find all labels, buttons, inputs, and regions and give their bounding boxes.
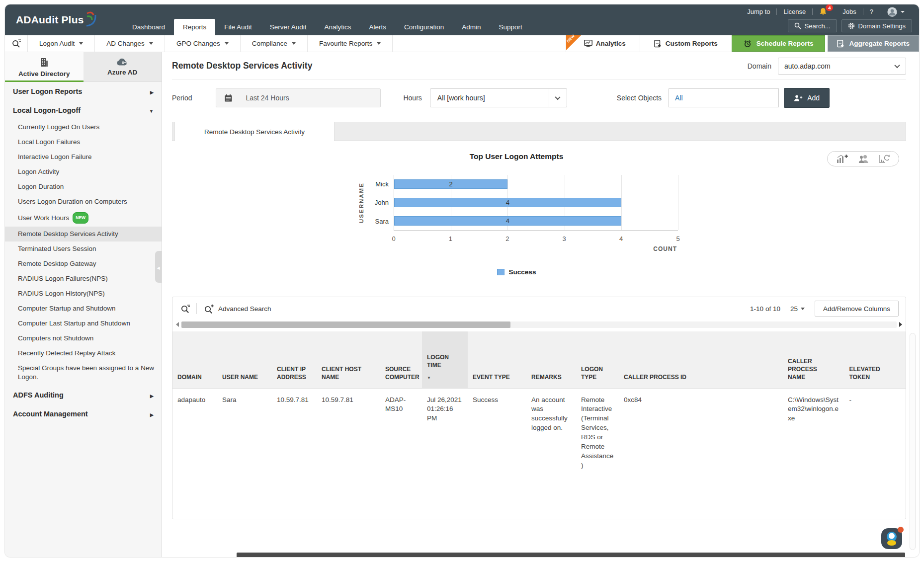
table-row[interactable]: adapauto Sara 10.59.7.81 10.59.7.81 ADAP… [172, 388, 906, 478]
table-header-row: DOMAIN USER NAME CLIENT IP A [172, 331, 906, 388]
column-header[interactable]: CALLER PROCESS ID [619, 331, 783, 388]
sidebar-section-user-logon-reports[interactable]: User Logon Reports [5, 82, 162, 101]
sidebar-collapse-handle[interactable] [155, 251, 162, 283]
nav-item[interactable]: Dashboard [123, 19, 174, 35]
bar[interactable]: 4 [394, 198, 621, 207]
nav-item[interactable]: Reports [174, 19, 215, 35]
tab-remote-desktop-services-activity[interactable]: Remote Desktop Services Activity [174, 122, 335, 141]
period-picker[interactable]: Last 24 Hours [216, 88, 381, 107]
app-body: Active Directory Azure AD User Logon Rep… [5, 52, 919, 557]
domain-select[interactable]: auto.adap.com [778, 58, 906, 75]
column-header[interactable]: LOGON TIME [422, 331, 468, 388]
sidebar-section-local-logon-logoff[interactable]: Local Logon-Logoff [5, 101, 162, 120]
hours-label: Hours [403, 94, 421, 102]
column-header[interactable]: DOMAIN [172, 331, 217, 388]
report-search-button[interactable] [5, 35, 28, 52]
user-menu-button[interactable] [880, 4, 911, 19]
domain-settings-button[interactable]: Domain Settings [841, 19, 912, 32]
sidebar-item[interactable]: Computers not Shutdown [5, 331, 162, 346]
nav-item[interactable]: Server Audit [261, 19, 316, 35]
sidebar-item[interactable]: Computer Last Startup and Shutdown [5, 316, 162, 331]
jump-to-link[interactable]: Jump to [741, 4, 776, 19]
column-header[interactable]: CLIENT IP ADDRESS [272, 331, 317, 388]
scroll-left-arrow[interactable] [176, 322, 179, 327]
license-link[interactable]: License [777, 4, 812, 19]
building-icon [39, 57, 49, 68]
nav-item[interactable]: Support [490, 19, 531, 35]
toolbar-menu[interactable]: GPO Changes [165, 35, 241, 52]
bar[interactable]: 2 [394, 179, 507, 189]
table-search-button[interactable] [179, 304, 196, 314]
column-header[interactable]: ELEVATED TOKEN [844, 331, 906, 388]
sidebar-item[interactable]: RADIUS Logon History(NPS) [5, 286, 162, 301]
column-header[interactable]: EVENT TYPE [468, 331, 526, 388]
tab-azure-ad[interactable]: Azure AD [84, 52, 162, 82]
sidebar-item[interactable]: Remote Desktop Services Activity [5, 227, 162, 241]
aggregate-reports-button[interactable]: Aggregate Reports [828, 35, 919, 52]
advanced-search-button[interactable]: Advanced Search [204, 304, 271, 314]
sidebar-section-account-management[interactable]: Account Management [5, 404, 162, 423]
chart-refresh-icon[interactable] [879, 154, 890, 163]
toolbar-menu[interactable]: Compliance [241, 35, 308, 52]
sidebar-item[interactable]: Terminated Users Session [5, 241, 162, 256]
chart-legend: Success [355, 268, 678, 276]
page-size-select[interactable]: 25 [790, 305, 805, 313]
bar[interactable]: 4 [394, 216, 621, 226]
sidebar-item[interactable]: Currently Logged On Users [5, 120, 162, 135]
tab-active-directory[interactable]: Active Directory [5, 52, 84, 82]
sidebar-item[interactable]: Recently Detected Replay Attack [5, 346, 162, 361]
sidebar-item[interactable]: Logon Activity [5, 164, 162, 179]
sidebar-item[interactable]: RADIUS Logon Failures(NPS) [5, 271, 162, 286]
column-header[interactable]: CLIENT HOST NAME [317, 331, 380, 388]
help-button[interactable]: ? [863, 4, 880, 19]
add-chart-icon[interactable] [836, 154, 848, 163]
sidebar-item[interactable]: User Work HoursNEW [5, 209, 162, 227]
column-header[interactable]: REMARKS [526, 331, 576, 388]
select-objects-input[interactable]: All [669, 88, 779, 107]
support-chat-widget[interactable] [880, 525, 904, 550]
search-button[interactable]: Search... [788, 19, 837, 32]
column-header[interactable]: LOGON TYPE [576, 331, 619, 388]
scroll-right-arrow[interactable] [899, 322, 902, 327]
scrollbar-thumb[interactable] [181, 321, 510, 328]
nav-item[interactable]: Configuration [395, 19, 453, 35]
column-header[interactable]: SOURCE COMPUTER [380, 331, 422, 388]
sidebar-item[interactable]: Users Logon Duration on Computers [5, 194, 162, 209]
chart-body: USERNAME MickJohnSara 244 [355, 175, 678, 231]
sidebar-item[interactable]: Computer Startup and Shutdown [5, 301, 162, 316]
vertical-scrollbar[interactable] [910, 333, 916, 550]
column-header[interactable]: CALLER PROCESS NAME [783, 331, 844, 388]
category-label: John [368, 193, 394, 212]
toolbar-menu[interactable]: Logon Audit [28, 35, 95, 52]
custom-reports-button[interactable]: Custom Reports [640, 35, 732, 52]
hours-select[interactable]: All [work hours] [430, 88, 567, 107]
nav-item[interactable]: Analytics [315, 19, 360, 35]
column-header[interactable]: USER NAME [217, 331, 272, 388]
gear-icon [848, 22, 855, 29]
horizontal-scrollbar[interactable] [176, 321, 902, 328]
scrollbar-track[interactable] [181, 321, 897, 328]
users-icon[interactable] [858, 154, 869, 163]
jobs-link[interactable]: Jobs [836, 4, 862, 19]
sidebar-section-adfs-auditing[interactable]: ADFS Auditing [5, 386, 162, 404]
chevron-down-icon[interactable] [549, 89, 567, 107]
sidebar-item[interactable]: Special Groups have been assigned to a N… [5, 361, 162, 385]
nav-row: Dashboard Reports File Audit Server Audi… [123, 19, 919, 35]
toolbar-menu[interactable]: Favourite Reports [308, 35, 393, 52]
sidebar-item[interactable]: Remote Desktop Gateway [5, 256, 162, 271]
nav-item[interactable]: Admin [453, 19, 490, 35]
sidebar-item[interactable]: Interactive Logon Failure [5, 150, 162, 164]
sidebar-item[interactable]: Local Logon Failures [5, 135, 162, 150]
toolbar-menu[interactable]: AD Changes [95, 35, 165, 52]
table-cell: Sara [217, 388, 272, 478]
analytics-button[interactable]: NEW Analytics [566, 35, 640, 52]
add-button[interactable]: Add [784, 88, 830, 108]
app-logo[interactable]: ADAudit Plus [5, 4, 123, 35]
nav-item[interactable]: File Audit [215, 19, 261, 35]
sort-desc-icon[interactable] [427, 373, 463, 381]
schedule-reports-button[interactable]: Schedule Reports [732, 35, 826, 52]
add-remove-columns-button[interactable]: Add/Remove Columns [815, 301, 899, 317]
notifications-button[interactable]: 4 [813, 4, 836, 19]
sidebar-item[interactable]: Logon Duration [5, 179, 162, 194]
nav-item[interactable]: Alerts [360, 19, 395, 35]
